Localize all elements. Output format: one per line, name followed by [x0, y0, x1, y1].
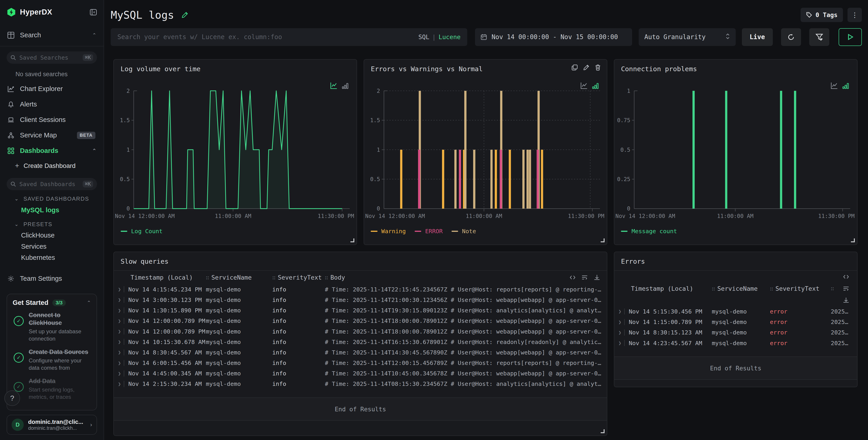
table-row[interactable]: ❯ Nov 14 4:45:00.345 AM mysql-demo info …	[114, 368, 607, 379]
column-severitytext[interactable]: ∷SeverityText	[770, 285, 831, 292]
time-range-picker[interactable]: Nov 14 00:00:00 - Nov 15 00:00:00	[475, 28, 632, 46]
sidebar-item-kubernetes[interactable]: Kubernetes	[0, 252, 103, 263]
expand-row-icon[interactable]: ❯	[618, 319, 621, 325]
sidebar-item-service-map[interactable]: Service Map BETA	[0, 128, 103, 143]
help-button[interactable]: ?	[4, 391, 20, 406]
table-row[interactable]: ❯ Nov 14 1:30:15.890 PM mysql-demo info …	[114, 305, 607, 315]
code-view-icon[interactable]	[843, 273, 849, 280]
sidebar-item-alerts[interactable]: Alerts	[0, 97, 103, 112]
more-menu-button[interactable]: ⋮	[847, 8, 862, 22]
drag-handle-icon[interactable]: ∷	[712, 285, 715, 292]
granularity-select[interactable]: Auto Granularity	[639, 28, 736, 46]
filter-button[interactable]	[809, 28, 829, 46]
sidebar-collapse-icon[interactable]	[90, 9, 97, 16]
connection-problems-chart[interactable]: 00.250.50.751Nov 14 12:00:00 AM11:00:00 …	[614, 74, 857, 224]
download-icon[interactable]	[843, 297, 849, 304]
bar-chart-toggle-icon[interactable]	[342, 82, 349, 90]
get-started-step[interactable]: ✓ Add DataStart sending logs, metrics, o…	[12, 377, 91, 400]
expand-row-icon[interactable]: ❯	[118, 371, 121, 376]
log-volume-chart[interactable]: 00.511.52Nov 14 12:00:00 AM11:00:00 AM11…	[114, 74, 356, 224]
legend-item[interactable]: Log Count	[121, 228, 162, 235]
expand-row-icon[interactable]: ❯	[118, 308, 121, 313]
drag-handle-icon[interactable]: ∷	[325, 274, 328, 281]
line-chart-toggle-icon[interactable]	[830, 82, 838, 90]
expand-row-icon[interactable]: ❯	[118, 349, 121, 355]
table-row[interactable]: ❯ Nov 14 6:00:15.456 AM mysql-demo info …	[114, 358, 607, 368]
bar-chart-toggle-icon[interactable]	[842, 82, 849, 90]
table-row[interactable]: ❯ Nov 14 8:30:15.123 AM mysql-demo error…	[614, 327, 857, 338]
table-row[interactable]: ❯ Nov 14 12:00:00.789 PM mysql-demo info…	[114, 326, 607, 337]
line-chart-toggle-icon[interactable]	[330, 82, 338, 90]
expand-row-icon[interactable]: ❯	[118, 360, 121, 366]
table-row[interactable]: ❯ Nov 14 5:15:30.456 PM mysql-demo error…	[614, 306, 857, 317]
column-servicename[interactable]: ∷ServiceName	[206, 274, 272, 281]
column-timestamp[interactable]: Timestamp (Local)	[128, 274, 206, 281]
legend-item[interactable]: Warning	[371, 228, 406, 235]
column-timestamp[interactable]: Timestamp (Local)	[629, 285, 712, 292]
sidebar-item-client-sessions[interactable]: Client Sessions	[0, 112, 103, 128]
drag-handle-icon[interactable]: ∷	[272, 274, 276, 281]
table-row[interactable]: ❯ Nov 14 10:15:30.678 AM mysql-demo info…	[114, 337, 607, 347]
delete-chart-icon[interactable]	[594, 64, 601, 71]
table-row[interactable]: ❯ Nov 14 3:00:30.123 PM mysql-demo info …	[114, 295, 607, 305]
query-language-toggle[interactable]: SQL|Lucene	[418, 33, 460, 40]
sidebar-item-search[interactable]: Search ⌃	[0, 24, 103, 46]
expand-row-icon[interactable]: ❯	[618, 308, 621, 314]
refresh-button[interactable]	[781, 28, 801, 46]
sidebar-item-dashboards[interactable]: Dashboards ⌃	[0, 143, 103, 159]
edit-title-icon[interactable]	[181, 11, 189, 19]
user-profile[interactable]: D dominic.tran@clic...dominic.tran@click…	[7, 415, 97, 435]
bar-chart-toggle-icon[interactable]	[592, 82, 599, 90]
column-servicename[interactable]: ∷ServiceName	[712, 285, 770, 292]
get-started-header[interactable]: Get Started 3/3 ⌃	[12, 299, 91, 306]
drag-handle-icon[interactable]: ∷	[206, 274, 209, 281]
resize-handle[interactable]	[851, 238, 855, 242]
expand-row-icon[interactable]: ❯	[118, 339, 121, 345]
presets-section[interactable]: ⌄PRESETS	[0, 219, 103, 230]
wrap-lines-icon[interactable]	[843, 285, 849, 292]
table-row[interactable]: ❯ Nov 14 12:00:00.789 PM mysql-demo info…	[114, 315, 607, 326]
create-dashboard-button[interactable]: + Create Dashboard	[0, 159, 103, 173]
legend-item[interactable]: Message count	[621, 228, 677, 235]
run-query-button[interactable]	[839, 28, 862, 46]
download-icon[interactable]	[594, 274, 600, 281]
saved-dashboards-section[interactable]: ⌄SAVED DASHBOARDS	[0, 193, 103, 205]
column-body[interactable]: ∷Body	[325, 274, 345, 281]
table-row[interactable]: ❯ Nov 14 2:15:30.234 AM mysql-demo info …	[114, 379, 607, 389]
expand-row-icon[interactable]: ❯	[118, 318, 121, 324]
drag-handle-icon[interactable]: ∷	[831, 285, 834, 292]
sidebar-item-team-settings[interactable]: Team Settings	[0, 271, 103, 286]
legend-item[interactable]: ERROR	[415, 228, 443, 235]
live-button[interactable]: Live	[742, 28, 773, 46]
tags-button[interactable]: 0 Tags	[801, 8, 843, 22]
get-started-step[interactable]: ✓ Connect to ClickHouseSet up your datab…	[12, 311, 91, 342]
errors-warnings-chart[interactable]: 00.511.52Nov 14 12:00:00 AM11:00:00 AM11…	[364, 74, 607, 224]
expand-row-icon[interactable]: ❯	[618, 340, 621, 346]
wrap-lines-icon[interactable]	[581, 274, 588, 281]
sidebar-item-mysql-logs[interactable]: MySQL logs	[0, 205, 103, 216]
expand-row-icon[interactable]: ❯	[118, 297, 121, 303]
resize-handle[interactable]	[601, 429, 604, 433]
table-row[interactable]: ❯ Nov 14 4:15:45.234 PM mysql-demo info …	[114, 284, 607, 295]
table-row[interactable]: ❯ Nov 14 4:23:45.567 AM mysql-demo error…	[614, 338, 857, 348]
table-row[interactable]: ❯ Nov 14 8:30:45.567 AM mysql-demo info …	[114, 347, 607, 358]
expand-row-icon[interactable]: ❯	[118, 381, 121, 387]
sidebar-item-chart-explorer[interactable]: Chart Explorer	[0, 81, 103, 97]
resize-handle[interactable]	[601, 238, 604, 242]
saved-searches-input[interactable]: Saved Searches ⌘K	[7, 52, 97, 64]
edit-chart-icon[interactable]	[583, 64, 590, 71]
drag-handle-icon[interactable]: ∷	[770, 285, 773, 292]
sidebar-item-services[interactable]: Services	[0, 241, 103, 252]
column-severitytext[interactable]: ∷SeverityText	[272, 274, 325, 281]
saved-dashboards-input[interactable]: Saved Dashboards ⌘K	[7, 178, 97, 190]
table-row[interactable]: ❯ Nov 14 1:15:00.789 PM mysql-demo error…	[614, 317, 857, 327]
sidebar-item-clickhouse[interactable]: ClickHouse	[0, 230, 103, 241]
sql-toggle[interactable]: SQL	[418, 33, 429, 40]
event-search-input[interactable]: Search your events w/ Lucene ex. column:…	[111, 28, 467, 46]
duplicate-chart-icon[interactable]	[571, 64, 578, 71]
legend-item[interactable]: Note	[452, 228, 476, 235]
lucene-toggle[interactable]: Lucene	[439, 33, 461, 40]
expand-row-icon[interactable]: ❯	[118, 329, 121, 334]
expand-row-icon[interactable]: ❯	[118, 286, 121, 292]
get-started-step[interactable]: ✓ Create Data SourcesConfigure where you…	[12, 348, 91, 371]
